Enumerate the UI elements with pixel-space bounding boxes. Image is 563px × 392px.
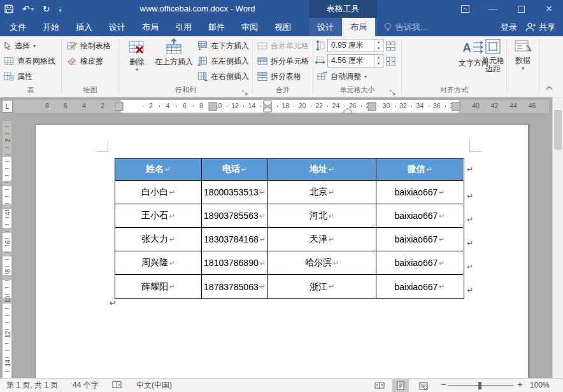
table-cell[interactable]: 薛耀阳↵	[115, 275, 202, 298]
table-cell[interactable]: 18000353513↵	[202, 181, 268, 204]
draw-table-button[interactable]: 绘制表格	[65, 39, 113, 53]
dialog-launcher-cell-size[interactable]	[390, 87, 397, 95]
ribbon-display-options-button[interactable]	[451, 0, 479, 18]
word-count-status[interactable]: 44 个字	[70, 379, 101, 392]
distribute-columns-button[interactable]	[385, 54, 396, 68]
properties-button[interactable]: 属性	[2, 69, 34, 83]
scrollbar-thumb[interactable]	[554, 110, 562, 150]
hanging-indent-marker[interactable]	[343, 108, 352, 114]
zoom-level[interactable]: 100%	[527, 379, 552, 392]
table-header-cell[interactable]: 微信↵	[376, 158, 463, 181]
eraser-button[interactable]: 橡皮擦	[65, 54, 105, 68]
ruler-tick	[361, 106, 362, 107]
distribute-rows-button[interactable]	[385, 39, 396, 53]
language-status[interactable]: 中文(中国)	[134, 379, 175, 392]
repeat-button[interactable]: ↻	[38, 0, 55, 18]
proofing-status[interactable]	[110, 381, 124, 392]
table-cell[interactable]: baixiao667↵	[376, 204, 463, 228]
sign-in-button[interactable]: 登录	[495, 18, 522, 36]
insert-below-button[interactable]: 在下方插入	[196, 39, 251, 53]
table-cell[interactable]: 18783785063↵	[202, 275, 268, 298]
tab-stop-selector[interactable]: L	[2, 100, 13, 113]
print-layout-button[interactable]	[392, 379, 409, 392]
cell-margins-button[interactable]: 单元格 边距	[479, 38, 507, 73]
table-header-cell[interactable]: 电话↵	[202, 158, 268, 181]
undo-icon: ↶	[22, 4, 30, 14]
table-cell[interactable]: 18103786890↵	[202, 251, 268, 275]
split-cells-icon	[257, 56, 267, 66]
table-cell[interactable]: 周兴隆↵	[115, 251, 202, 275]
zoom-in-button[interactable]: +	[515, 377, 525, 391]
table-header-cell[interactable]: 地址↵	[268, 158, 376, 181]
table-cell[interactable]: 天津↵	[268, 228, 376, 251]
view-gridlines-button[interactable]: 查看网格线	[2, 54, 57, 68]
move-table-column-marker[interactable]	[209, 102, 217, 111]
tab-7[interactable]: 视图	[266, 18, 299, 36]
merge-cells-button[interactable]: 合并单元格	[255, 39, 311, 53]
cell-text: baixiao667	[395, 187, 438, 197]
table-header-cell[interactable]: 姓名↵	[115, 158, 202, 181]
indent-markers[interactable]	[263, 100, 272, 113]
tab-1[interactable]: 插入	[68, 18, 101, 36]
insert-right-button[interactable]: 在右侧插入	[196, 69, 251, 83]
tab-2[interactable]: 设计	[101, 18, 134, 36]
insert-above-button[interactable]: 在上方插入	[154, 38, 194, 66]
insert-left-button[interactable]: 在左侧插入	[196, 54, 251, 68]
column-width-input[interactable]: 4.56 厘米 ▲▼	[327, 54, 383, 67]
customize-qat-button[interactable]: ⎯ ▾	[54, 0, 66, 18]
move-table-column-marker[interactable]	[368, 102, 376, 111]
move-table-column-marker[interactable]	[452, 102, 460, 111]
zoom-slider-thumb[interactable]	[478, 382, 481, 389]
table-cell[interactable]: 张大力↵	[115, 228, 202, 251]
table-cell[interactable]: 18303784168↵	[202, 228, 268, 251]
share-button[interactable]: 共享	[520, 18, 560, 36]
tab-0[interactable]: 开始	[34, 18, 68, 36]
page-number-status[interactable]: 第 1 页, 共 1 页	[4, 379, 61, 392]
table-cell[interactable]: baixiao667↵	[376, 181, 463, 204]
table-cell[interactable]: 浙江↵	[268, 275, 376, 298]
tab-table-layout[interactable]: 布局	[342, 18, 375, 36]
split-cells-button[interactable]: 拆分单元格	[255, 54, 311, 68]
vertical-ruler-tick	[5, 350, 9, 351]
close-button[interactable]: ×	[535, 0, 563, 18]
tab-4[interactable]: 引用	[167, 18, 200, 36]
table-cell[interactable]: 哈尔滨↵	[268, 251, 376, 275]
save-button[interactable]	[0, 0, 18, 18]
maximize-button[interactable]	[507, 0, 535, 18]
column-width-steppers[interactable]: ▲▼	[374, 55, 383, 67]
row-height-steppers[interactable]: ▲▼	[374, 39, 383, 52]
table-cell[interactable]: 王小石↵	[115, 204, 202, 228]
tab-3[interactable]: 布局	[134, 18, 167, 36]
table-cell[interactable]: 河北↵	[268, 204, 376, 228]
tab-5[interactable]: 邮件	[200, 18, 233, 36]
tab-file[interactable]: 文件	[1, 18, 34, 36]
row-height-input[interactable]: 0.95 厘米 ▲▼	[327, 39, 383, 52]
split-table-button[interactable]: 拆分表格	[255, 69, 303, 83]
delete-button[interactable]: 删除 ▾	[122, 38, 152, 73]
row-height-icon	[315, 40, 325, 51]
table-cell[interactable]: 18903785563↵	[202, 204, 268, 228]
zoom-out-button[interactable]: −	[438, 377, 449, 391]
collapse-ribbon-button[interactable]	[544, 84, 554, 92]
select-button[interactable]: 选择 ▾	[2, 39, 38, 53]
move-table-column-marker[interactable]	[115, 102, 124, 111]
table-cell[interactable]: baixiao667↵	[376, 228, 463, 251]
dialog-launcher-rows-columns[interactable]	[242, 87, 250, 95]
read-mode-button[interactable]	[371, 379, 388, 392]
tell-me-box[interactable]: 告诉我...	[384, 18, 427, 36]
tab-6[interactable]: 审阅	[233, 18, 266, 36]
minimize-button[interactable]: —	[479, 0, 507, 18]
table-cell[interactable]: baixiao667↵	[376, 251, 463, 275]
table-cell[interactable]: 北京↵	[268, 181, 376, 204]
horizontal-ruler[interactable]: 8642246810121416182022242628303234363840…	[14, 100, 549, 113]
undo-button[interactable]: ↶▾	[18, 0, 38, 18]
web-layout-button[interactable]	[415, 379, 432, 392]
table-cell[interactable]: baixiao667↵	[376, 275, 463, 298]
autofit-button[interactable]: 自动调整 ▾	[315, 69, 369, 83]
data-button[interactable]: 数据 ▾	[509, 38, 537, 71]
table-cell[interactable]: 白小白↵	[115, 181, 202, 204]
document-table[interactable]: 姓名↵电话↵地址↵微信↵白小白↵18000353513↵北京↵baixiao66…	[115, 158, 464, 299]
vertical-ruler[interactable]: 2468101214	[3, 121, 11, 378]
vertical-scrollbar[interactable]	[552, 97, 563, 378]
tab-table-design[interactable]: 设计	[309, 18, 342, 36]
